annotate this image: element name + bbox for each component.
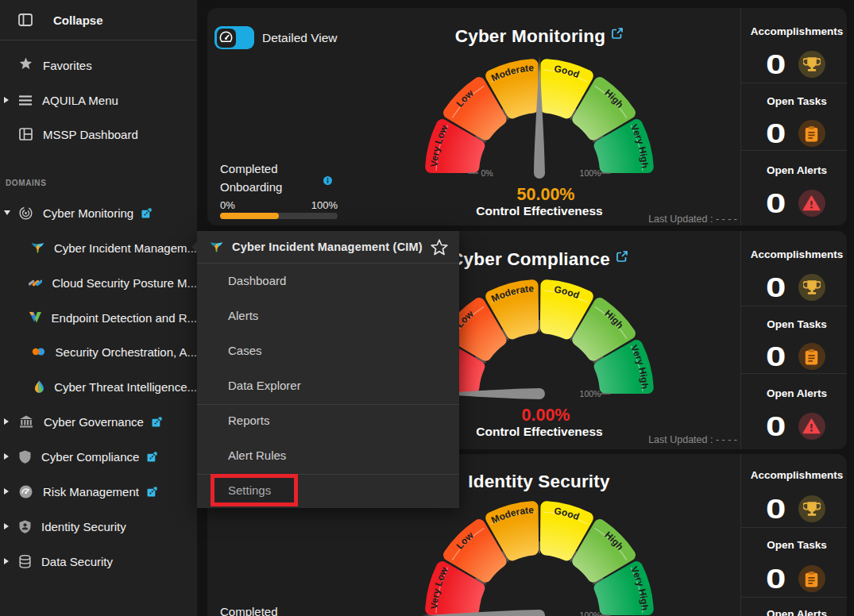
svg-text:Control Effectiveness: Control Effectiveness xyxy=(476,204,602,218)
svg-text:50.00%: 50.00% xyxy=(517,185,575,204)
svg-text:0.00%: 0.00% xyxy=(522,406,570,425)
svg-text:Control Effectiveness: Control Effectiveness xyxy=(476,425,602,438)
